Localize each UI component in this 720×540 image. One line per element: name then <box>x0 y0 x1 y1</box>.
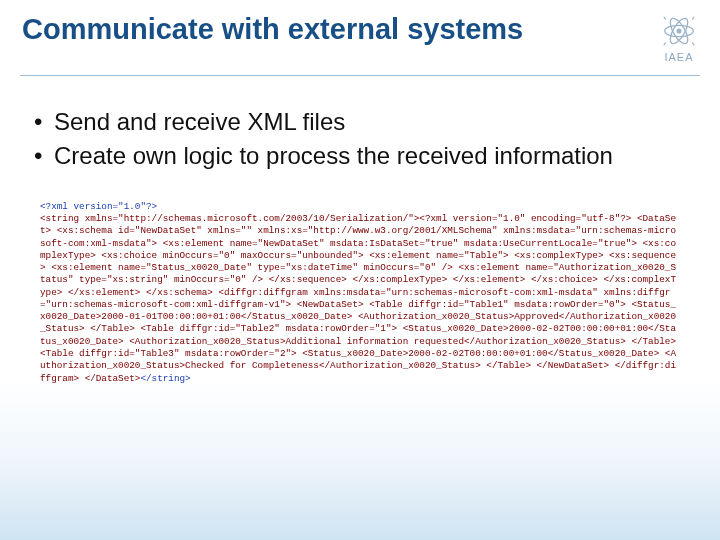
xml-closing-tag: </string> <box>140 373 190 384</box>
slide-body: Send and receive XML files Create own lo… <box>0 76 720 385</box>
list-item: Create own logic to process the received… <box>28 140 692 172</box>
slide-title: Communicate with external systems <box>22 14 523 46</box>
xml-body: <string xmlns="http://schemas.microsoft.… <box>40 213 676 383</box>
svg-point-3 <box>677 29 681 33</box>
slide-header: Communicate with external systems IAEA <box>0 0 720 73</box>
bullet-list: Send and receive XML files Create own lo… <box>28 106 692 173</box>
iaea-logo: IAEA <box>660 12 698 63</box>
atom-icon <box>660 12 698 50</box>
list-item: Send and receive XML files <box>28 106 692 138</box>
xml-declaration: <?xml version="1.0"?> <box>40 201 157 212</box>
xml-code-block: <?xml version="1.0"?> <string xmlns="htt… <box>40 201 680 385</box>
logo-label: IAEA <box>664 51 693 63</box>
